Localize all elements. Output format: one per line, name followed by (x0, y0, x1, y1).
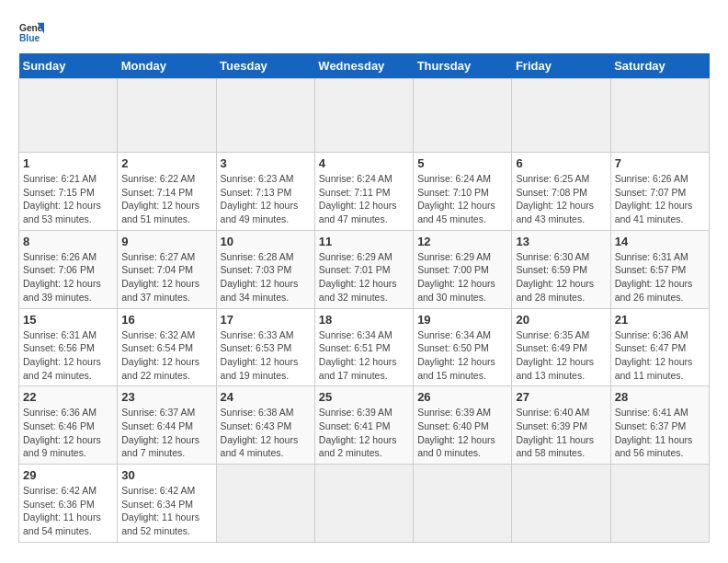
day-number: 8 (23, 235, 113, 248)
day-number: 7 (615, 156, 705, 170)
day-number: 1 (23, 156, 113, 170)
calendar-cell (414, 79, 512, 153)
calendar-cell: 8Sunrise: 6:26 AM Sunset: 7:06 PM Daylig… (19, 230, 118, 308)
day-detail: Sunrise: 6:24 AM Sunset: 7:10 PM Dayligh… (417, 172, 507, 226)
calendar-cell (216, 465, 314, 543)
day-number: 21 (615, 313, 705, 327)
day-number: 29 (23, 468, 113, 482)
calendar-cell: 9Sunrise: 6:27 AM Sunset: 7:04 PM Daylig… (118, 230, 216, 308)
day-detail: Sunrise: 6:24 AM Sunset: 7:11 PM Dayligh… (319, 172, 409, 226)
day-detail: Sunrise: 6:36 AM Sunset: 6:47 PM Dayligh… (615, 328, 705, 383)
calendar-cell (216, 79, 314, 153)
calendar-cell: 27Sunrise: 6:40 AM Sunset: 6:39 PM Dayli… (512, 386, 610, 465)
calendar-cell: 14Sunrise: 6:31 AM Sunset: 6:57 PM Dayli… (610, 230, 709, 308)
calendar-cell (118, 79, 216, 153)
day-number: 9 (121, 235, 211, 248)
day-number: 10 (221, 235, 311, 248)
calendar-cell: 21Sunrise: 6:36 AM Sunset: 6:47 PM Dayli… (610, 308, 709, 386)
calendar-week-2: 8Sunrise: 6:26 AM Sunset: 7:06 PM Daylig… (19, 230, 710, 308)
calendar-cell: 3Sunrise: 6:23 AM Sunset: 7:13 PM Daylig… (216, 153, 314, 231)
day-detail: Sunrise: 6:27 AM Sunset: 7:04 PM Dayligh… (121, 250, 211, 304)
day-detail: Sunrise: 6:22 AM Sunset: 7:14 PM Dayligh… (121, 172, 211, 226)
day-detail: Sunrise: 6:29 AM Sunset: 7:00 PM Dayligh… (417, 250, 507, 304)
day-number: 14 (615, 235, 705, 248)
day-detail: Sunrise: 6:38 AM Sunset: 6:43 PM Dayligh… (221, 406, 311, 460)
day-detail: Sunrise: 6:25 AM Sunset: 7:08 PM Dayligh… (516, 172, 606, 226)
day-number: 6 (516, 156, 606, 170)
calendar-cell (512, 465, 610, 543)
day-number: 4 (319, 156, 409, 170)
calendar-cell: 5Sunrise: 6:24 AM Sunset: 7:10 PM Daylig… (414, 153, 512, 231)
header-cell-friday: Friday (512, 53, 610, 79)
day-number: 15 (23, 313, 113, 327)
day-detail: Sunrise: 6:28 AM Sunset: 7:03 PM Dayligh… (221, 250, 311, 304)
calendar-cell (414, 465, 512, 543)
day-detail: Sunrise: 6:34 AM Sunset: 6:51 PM Dayligh… (319, 328, 409, 383)
day-number: 5 (417, 156, 507, 170)
calendar-cell: 12Sunrise: 6:29 AM Sunset: 7:00 PM Dayli… (414, 230, 512, 308)
calendar-cell: 18Sunrise: 6:34 AM Sunset: 6:51 PM Dayli… (314, 308, 413, 386)
day-number: 12 (417, 235, 507, 248)
calendar-cell (314, 465, 413, 543)
day-number: 11 (319, 235, 409, 248)
calendar-body: 1Sunrise: 6:21 AM Sunset: 7:15 PM Daylig… (19, 79, 710, 543)
day-number: 18 (319, 313, 409, 327)
calendar-header: SundayMondayTuesdayWednesdayThursdayFrid… (19, 53, 710, 79)
day-number: 3 (221, 156, 311, 170)
calendar-cell: 16Sunrise: 6:32 AM Sunset: 6:54 PM Dayli… (118, 308, 216, 386)
day-number: 2 (121, 156, 211, 170)
day-number: 23 (121, 390, 211, 404)
day-detail: Sunrise: 6:23 AM Sunset: 7:13 PM Dayligh… (221, 172, 311, 226)
calendar-cell: 25Sunrise: 6:39 AM Sunset: 6:41 PM Dayli… (314, 386, 413, 465)
header-cell-wednesday: Wednesday (314, 53, 413, 79)
day-detail: Sunrise: 6:40 AM Sunset: 6:39 PM Dayligh… (516, 406, 606, 460)
day-detail: Sunrise: 6:41 AM Sunset: 6:37 PM Dayligh… (615, 406, 705, 460)
header-cell-monday: Monday (118, 53, 216, 79)
calendar-cell: 24Sunrise: 6:38 AM Sunset: 6:43 PM Dayli… (216, 386, 314, 465)
calendar-cell: 10Sunrise: 6:28 AM Sunset: 7:03 PM Dayli… (216, 230, 314, 308)
day-detail: Sunrise: 6:26 AM Sunset: 7:06 PM Dayligh… (23, 250, 113, 304)
calendar-cell: 13Sunrise: 6:30 AM Sunset: 6:59 PM Dayli… (512, 230, 610, 308)
header-cell-thursday: Thursday (414, 53, 512, 79)
day-detail: Sunrise: 6:26 AM Sunset: 7:07 PM Dayligh… (615, 172, 705, 226)
day-number: 17 (221, 313, 311, 327)
calendar-cell: 6Sunrise: 6:25 AM Sunset: 7:08 PM Daylig… (512, 153, 610, 231)
day-detail: Sunrise: 6:39 AM Sunset: 6:40 PM Dayligh… (417, 406, 507, 460)
header-cell-saturday: Saturday (610, 53, 709, 79)
calendar-cell: 7Sunrise: 6:26 AM Sunset: 7:07 PM Daylig… (610, 153, 709, 231)
calendar-cell: 1Sunrise: 6:21 AM Sunset: 7:15 PM Daylig… (19, 153, 118, 231)
calendar-cell: 22Sunrise: 6:36 AM Sunset: 6:46 PM Dayli… (19, 386, 118, 465)
calendar-cell: 19Sunrise: 6:34 AM Sunset: 6:50 PM Dayli… (414, 308, 512, 386)
calendar-week-0 (19, 79, 710, 153)
day-detail: Sunrise: 6:31 AM Sunset: 6:56 PM Dayligh… (23, 328, 113, 383)
day-number: 13 (516, 235, 606, 248)
day-number: 30 (121, 468, 211, 482)
logo-icon: General Blue (18, 18, 44, 44)
day-detail: Sunrise: 6:32 AM Sunset: 6:54 PM Dayligh… (121, 328, 211, 383)
calendar-week-1: 1Sunrise: 6:21 AM Sunset: 7:15 PM Daylig… (19, 153, 710, 231)
day-detail: Sunrise: 6:36 AM Sunset: 6:46 PM Dayligh… (23, 406, 113, 460)
day-number: 16 (121, 313, 211, 327)
day-detail: Sunrise: 6:35 AM Sunset: 6:49 PM Dayligh… (516, 328, 606, 383)
calendar-cell (512, 79, 610, 153)
day-detail: Sunrise: 6:30 AM Sunset: 6:59 PM Dayligh… (516, 250, 606, 304)
header: General Blue (18, 18, 710, 44)
day-number: 25 (319, 390, 409, 404)
header-cell-sunday: Sunday (19, 53, 118, 79)
day-detail: Sunrise: 6:29 AM Sunset: 7:01 PM Dayligh… (319, 250, 409, 304)
day-detail: Sunrise: 6:34 AM Sunset: 6:50 PM Dayligh… (417, 328, 507, 383)
calendar-cell: 29Sunrise: 6:42 AM Sunset: 6:36 PM Dayli… (19, 465, 118, 543)
calendar-cell: 17Sunrise: 6:33 AM Sunset: 6:53 PM Dayli… (216, 308, 314, 386)
calendar-cell: 30Sunrise: 6:42 AM Sunset: 6:34 PM Dayli… (118, 465, 216, 543)
calendar-table: SundayMondayTuesdayWednesdayThursdayFrid… (18, 53, 710, 543)
calendar-cell (19, 79, 118, 153)
day-number: 22 (23, 390, 113, 404)
day-detail: Sunrise: 6:21 AM Sunset: 7:15 PM Dayligh… (23, 172, 113, 226)
calendar-cell: 28Sunrise: 6:41 AM Sunset: 6:37 PM Dayli… (610, 386, 709, 465)
calendar-cell: 15Sunrise: 6:31 AM Sunset: 6:56 PM Dayli… (19, 308, 118, 386)
calendar-week-4: 22Sunrise: 6:36 AM Sunset: 6:46 PM Dayli… (19, 386, 710, 465)
day-detail: Sunrise: 6:31 AM Sunset: 6:57 PM Dayligh… (615, 250, 705, 304)
day-detail: Sunrise: 6:42 AM Sunset: 6:34 PM Dayligh… (121, 484, 211, 538)
svg-text:Blue: Blue (19, 33, 40, 43)
calendar-week-3: 15Sunrise: 6:31 AM Sunset: 6:56 PM Dayli… (19, 308, 710, 386)
